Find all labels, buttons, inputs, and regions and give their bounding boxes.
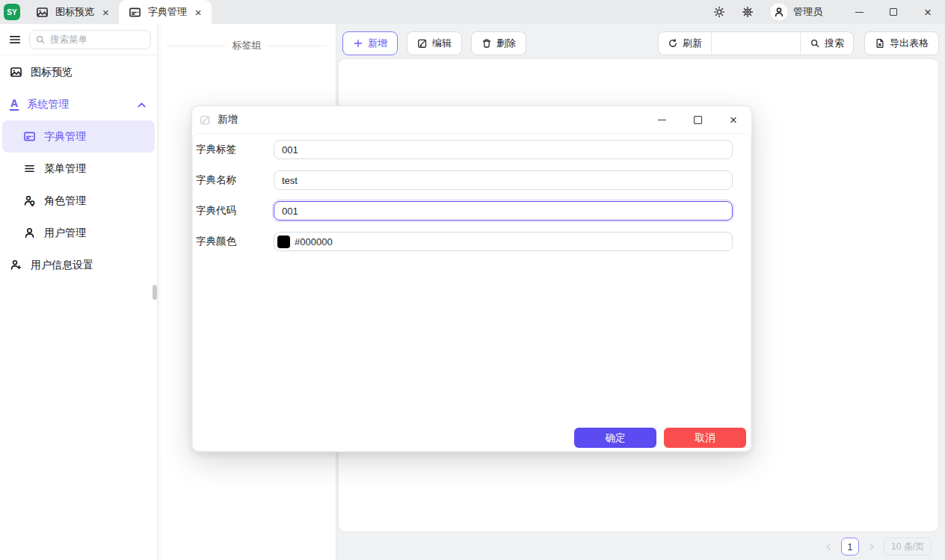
chevron-right-icon[interactable]	[866, 542, 876, 552]
window-close-button[interactable]: ×	[911, 0, 945, 24]
close-icon[interactable]: ×	[195, 7, 202, 18]
form-row: 字典代码	[196, 201, 733, 221]
window-minimize-button[interactable]	[842, 0, 876, 24]
trash-icon	[481, 38, 492, 49]
tab-label: 图标预览	[55, 5, 94, 19]
sidebar-item-label: 用户管理	[44, 227, 86, 240]
delete-button[interactable]: 删除	[471, 31, 526, 55]
sidebar: 图标预览 A 系统管理 字典管理 菜单管理	[0, 24, 157, 560]
dialog-footer: 确定 取消	[574, 428, 746, 448]
add-button[interactable]: 新增	[342, 31, 398, 55]
dict-code-label: 字典代码	[196, 204, 274, 218]
sidebar-item-user-management[interactable]: 用户管理	[0, 217, 157, 249]
chevron-left-icon[interactable]	[824, 542, 834, 552]
dialog-title: 新增	[218, 113, 238, 126]
page-size-select[interactable]: 10 条/页	[884, 538, 932, 556]
sidebar-item-label: 菜单管理	[44, 162, 86, 176]
sidebar-item-label: 图标预览	[31, 66, 73, 79]
sidebar-item-label: 角色管理	[44, 194, 86, 208]
sidebar-item-dict-management[interactable]: 字典管理	[2, 120, 155, 153]
tags-panel-header: 标签组	[158, 39, 336, 52]
edit-button-label: 编辑	[432, 37, 452, 50]
pagination: 1 10 条/页	[336, 538, 932, 556]
sidebar-item-label: 字典管理	[44, 130, 86, 144]
refresh-button-label: 刷新	[683, 37, 702, 50]
window-maximize-button[interactable]	[876, 0, 911, 24]
tab-icon-preview[interactable]: 图标预览 ×	[26, 0, 119, 24]
dialog-titlebar: 新增 ×	[192, 106, 751, 133]
dict-label-input[interactable]	[274, 140, 733, 159]
page-number[interactable]: 1	[841, 538, 859, 556]
color-swatch[interactable]	[277, 236, 290, 248]
role-icon	[23, 194, 36, 207]
image-icon	[36, 6, 49, 19]
refresh-button[interactable]: 刷新	[659, 32, 712, 55]
dict-code-input[interactable]	[274, 201, 733, 221]
form-row: 字典标签	[196, 140, 733, 159]
export-button-label: 导出表格	[890, 37, 929, 50]
dict-label-label: 字典标签	[196, 143, 274, 156]
dict-color-label: 字典颜色	[196, 235, 274, 248]
form-row: 字典名称	[196, 170, 733, 190]
confirm-button[interactable]: 确定	[574, 428, 656, 448]
app-titlebar: SY 图标预览 × 字典管理 × 管理员 ×	[0, 0, 945, 24]
add-dialog: 新增 × 字典标签 字典名称 字典代码 字典颜色 #000000 确定	[191, 105, 752, 452]
add-button-label: 新增	[368, 37, 387, 50]
dict-icon	[129, 6, 141, 19]
table-search-input[interactable]	[712, 32, 800, 55]
sidebar-item-icon-preview[interactable]: 图标预览	[0, 56, 157, 88]
tags-panel-title: 标签组	[233, 39, 262, 52]
edit-button[interactable]: 编辑	[407, 31, 462, 55]
avatar[interactable]	[769, 2, 789, 22]
tab-dict-management[interactable]: 字典管理 ×	[119, 0, 212, 24]
toolbar-right: 刷新 搜索 导出表格	[658, 31, 939, 55]
sidebar-scrollbar[interactable]	[153, 285, 157, 300]
search-button[interactable]: 搜索	[800, 32, 853, 55]
app-logo: SY	[4, 4, 20, 20]
search-icon	[35, 34, 46, 45]
sidebar-item-menu-management[interactable]: 菜单管理	[0, 153, 157, 185]
menu-search-input[interactable]	[29, 30, 151, 49]
cancel-button[interactable]: 取消	[664, 428, 746, 448]
sidebar-item-user-info-settings[interactable]: 用户信息设置	[0, 249, 157, 281]
sidebar-item-label: 用户信息设置	[31, 259, 93, 272]
dialog-maximize-button[interactable]	[680, 106, 715, 133]
dialog-close-button[interactable]: ×	[715, 106, 751, 133]
refresh-icon	[668, 38, 678, 49]
theme-toggle-icon[interactable]	[713, 6, 725, 18]
dialog-minimize-button[interactable]	[644, 106, 680, 133]
plus-icon	[353, 38, 363, 49]
sidebar-item-label: 系统管理	[27, 98, 69, 111]
delete-button-label: 删除	[496, 37, 516, 50]
image-icon	[10, 66, 22, 79]
dict-name-input[interactable]	[274, 170, 733, 190]
chevron-up-icon	[135, 99, 147, 110]
menu-collapse-icon[interactable]	[8, 33, 22, 46]
search-group: 刷新 搜索	[658, 31, 854, 55]
search-button-label: 搜索	[825, 37, 844, 50]
tab-label: 字典管理	[148, 5, 187, 19]
dialog-controls: ×	[644, 106, 751, 133]
close-icon[interactable]: ×	[102, 7, 109, 18]
file-export-icon	[875, 38, 885, 49]
dict-name-label: 字典名称	[196, 173, 274, 187]
search-icon	[810, 38, 820, 49]
color-value: #000000	[295, 236, 333, 247]
dialog-body: 字典标签 字典名称 字典代码 字典颜色 #000000 确定 取消	[192, 133, 751, 452]
form-row: 字典颜色 #000000	[196, 232, 733, 251]
dict-color-input[interactable]: #000000	[274, 232, 733, 251]
export-button[interactable]: 导出表格	[864, 31, 939, 55]
list-icon	[23, 162, 36, 175]
divider	[167, 46, 226, 46]
username-label: 管理员	[793, 5, 822, 19]
sidebar-search	[29, 30, 151, 49]
divider	[268, 46, 327, 46]
sidebar-item-system-management[interactable]: A 系统管理	[0, 88, 157, 120]
sidebar-top	[0, 24, 157, 55]
user-icon	[23, 227, 36, 239]
sidebar-item-role-management[interactable]: 角色管理	[0, 185, 157, 217]
gear-icon[interactable]	[742, 6, 754, 18]
toolbar: 新增 编辑 删除 刷新 搜索	[342, 31, 939, 55]
sidebar-menu: 图标预览 A 系统管理 字典管理 菜单管理	[0, 55, 157, 281]
user-plus-icon	[10, 259, 22, 271]
